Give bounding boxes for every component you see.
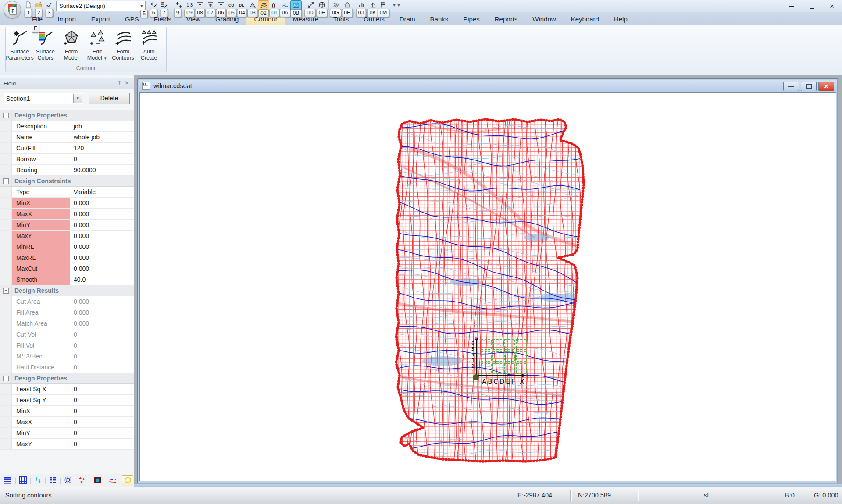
property-value[interactable]: 0.000 (70, 221, 134, 228)
property-value[interactable]: 40.0 (70, 276, 134, 283)
qat-button-save-check[interactable]: 3 (44, 0, 54, 10)
property-value[interactable]: 0.000 (70, 265, 134, 272)
qat-button-chart[interactable]: 0J (354, 0, 367, 10)
qat-button-raise-top[interactable]: 08 (195, 0, 205, 10)
collapse-icon[interactable]: − (3, 178, 9, 184)
qat-button-de[interactable]: DE04 (237, 0, 247, 10)
property-value[interactable]: whole job (70, 134, 134, 141)
qat-button-flag[interactable]: 0M (378, 0, 389, 10)
section-selector[interactable]: Section1 ▼ (4, 93, 82, 104)
panel-tool-image-red[interactable] (92, 476, 103, 486)
property-value[interactable]: 0.000 (70, 298, 134, 305)
panel-tool-polygon[interactable] (122, 475, 133, 486)
restore-button[interactable] (802, 0, 822, 12)
property-value[interactable]: 0 (70, 353, 134, 360)
surface-parameters-button[interactable]: SurfaceParameters (7, 28, 32, 64)
auto-create-button[interactable]: AutoCreate (136, 28, 162, 64)
form-model-button[interactable]: FormModel (58, 28, 84, 64)
qat-button-open-folder[interactable]: 2 (33, 0, 44, 10)
property-value[interactable]: Variable (70, 188, 134, 195)
group-header-design-constraints[interactable]: −Design Constraints (0, 176, 134, 187)
panel-tool-points[interactable] (77, 476, 88, 486)
group-header-design-properties[interactable]: −Design Properties (0, 110, 134, 121)
chevron-down-icon[interactable]: ▼ (138, 4, 145, 8)
minimize-button[interactable] (781, 0, 802, 12)
panel-tool-profile[interactable] (107, 476, 118, 486)
qat-button-color-list-pen[interactable]: 7 (159, 0, 169, 10)
tab-window[interactable]: Window (525, 13, 563, 25)
pin-icon[interactable]: ⊤ (116, 80, 123, 87)
qat-button-raise-mid[interactable]: 07 (205, 0, 216, 10)
close-panel-icon[interactable]: ✕ (123, 80, 131, 87)
edit-model-button[interactable]: EditModel ▼ (84, 28, 110, 64)
property-value[interactable]: 0 (70, 408, 134, 415)
panel-tool-markers[interactable] (32, 476, 43, 486)
property-value[interactable]: 0 (70, 342, 134, 349)
property-value[interactable]: 0 (70, 397, 134, 404)
qat-button-home[interactable]: 0H (342, 0, 353, 10)
panel-tool-sun[interactable] (62, 476, 73, 486)
property-value[interactable]: 0.000 (70, 210, 134, 217)
property-value[interactable]: 90.0000 (70, 167, 134, 174)
property-value[interactable]: 0.000 (70, 320, 134, 327)
delete-button[interactable]: Delete (89, 93, 130, 104)
surface-selector[interactable]: Surface2 (Design) ▼ 5 (56, 1, 146, 11)
form-contours-button[interactable]: FormContours (110, 28, 136, 64)
qat-button-star-pen[interactable]: 6 (148, 0, 159, 10)
qat-button-image[interactable]: 0B (290, 0, 302, 11)
qat-overflow-icon[interactable]: ▼▼ (392, 3, 401, 7)
tab-drain[interactable]: Drain (392, 13, 423, 25)
close-button[interactable]: ✕ (822, 0, 842, 12)
group-header-design-properties[interactable]: −Design Properties (0, 373, 134, 384)
property-value[interactable]: 0 (70, 419, 134, 426)
tab-banks[interactable]: Banks (423, 13, 456, 25)
collapse-icon[interactable]: − (3, 113, 9, 118)
panel-tool-grid[interactable] (18, 476, 28, 486)
qat-button-water[interactable]: 0A (280, 0, 290, 10)
tab-reports[interactable]: Reports (487, 13, 525, 25)
property-value[interactable]: 0.000 (70, 309, 134, 316)
tab-import[interactable]: Import (50, 13, 84, 25)
property-value[interactable]: 0 (70, 364, 134, 371)
collapse-icon[interactable]: − (3, 288, 9, 294)
property-value[interactable]: 0.000 (70, 243, 134, 250)
qat-button-new-document[interactable]: 1 (23, 0, 33, 10)
qat-button-contour-lines[interactable]: 02 (258, 0, 269, 11)
group-header-design-results[interactable]: −Design Results (0, 285, 134, 296)
qat-button-co[interactable]: CO05 (226, 0, 237, 10)
property-value[interactable]: 0 (70, 386, 134, 393)
property-value[interactable]: 0 (70, 156, 134, 163)
property-value[interactable]: 0 (70, 331, 134, 338)
qat-button-raise-all[interactable]: 06 (216, 0, 226, 10)
property-value[interactable]: 0 (70, 429, 134, 437)
surface-colors-button[interactable]: SurfaceColors (32, 28, 58, 64)
property-value[interactable]: 120 (70, 145, 134, 152)
application-menu-button[interactable]: F (4, 1, 21, 18)
qat-button-resize-arrows[interactable]: 0D (303, 0, 317, 10)
property-value[interactable]: job (70, 123, 134, 130)
tab-pipes[interactable]: Pipes (456, 13, 487, 25)
qat-button-hatch[interactable]: 0G (328, 0, 342, 10)
document-title-bar[interactable]: wilmar.cdsdat ✕ (139, 80, 837, 92)
tab-export[interactable]: Export (84, 13, 118, 25)
qat-button-triangle-point[interactable]: 03 (247, 0, 258, 10)
tab-help[interactable]: Help (607, 13, 635, 25)
qat-button-globe[interactable]: 0E (317, 0, 327, 10)
panel-tool-list[interactable] (3, 476, 13, 486)
doc-close-button[interactable]: ✕ (818, 82, 834, 91)
doc-minimize-button[interactable] (783, 82, 799, 91)
qat-button-double-arc[interactable]: ((01 (269, 0, 280, 10)
tab-keyboard[interactable]: Keyboard (564, 13, 607, 25)
doc-restore-button[interactable] (801, 82, 817, 91)
collapse-icon[interactable]: − (3, 376, 9, 381)
property-value[interactable]: 0 (70, 440, 134, 447)
chevron-down-icon[interactable]: ▼ (73, 94, 82, 103)
property-value[interactable]: 0.000 (70, 199, 134, 206)
qat-button-add-points[interactable]: 9 (171, 0, 184, 10)
property-value[interactable]: 0.000 (70, 232, 134, 239)
qat-button-numbers[interactable]: 1 309 (184, 0, 195, 10)
property-value[interactable]: 0.000 (70, 254, 134, 261)
panel-tool-columns[interactable] (47, 476, 58, 486)
drawing-canvas[interactable]: ABCDEF X654321 (139, 92, 836, 481)
qat-button-up-arrow[interactable]: 0K (367, 0, 378, 10)
